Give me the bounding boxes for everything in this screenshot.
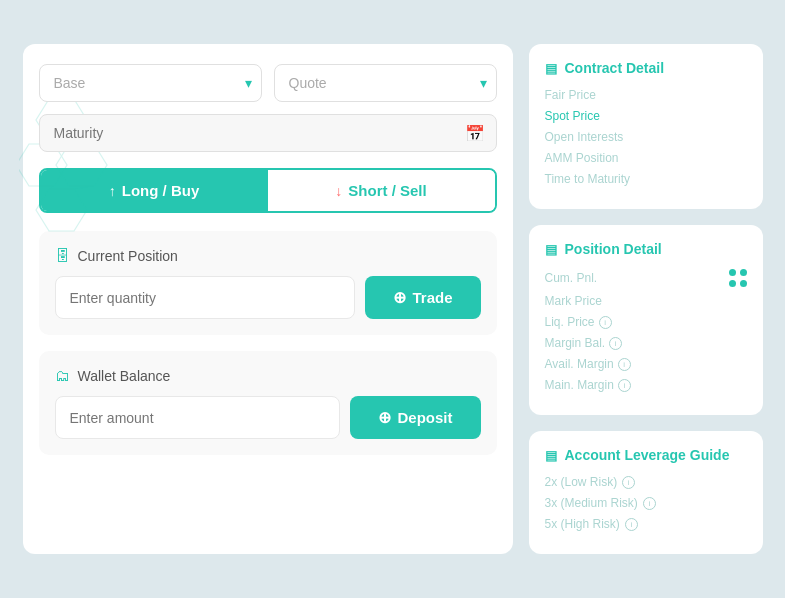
leverage-2x-row: 2x (Low Risk) i — [545, 475, 747, 489]
deposit-button[interactable]: ⊕ Deposit — [350, 396, 480, 439]
deposit-icon: ⊕ — [378, 408, 391, 427]
open-interests-row: Open Interests — [545, 130, 747, 144]
trade-button[interactable]: ⊕ Trade — [365, 276, 480, 319]
trade-tab-row: ↑ Long / Buy ↓ Short / Sell — [39, 168, 497, 213]
amount-input[interactable] — [55, 396, 341, 439]
maturity-row: 📅 — [39, 114, 497, 152]
cum-pnl-row: Cum. Pnl. — [545, 269, 747, 287]
current-position-label: Current Position — [78, 248, 178, 264]
maturity-input[interactable] — [39, 114, 497, 152]
liq-price-row: Liq. Price i — [545, 315, 747, 329]
margin-bal-row: Margin Bal. i — [545, 336, 747, 350]
wallet-balance-section: 🗂 Wallet Balance ⊕ Deposit — [39, 351, 497, 455]
wallet-balance-input-row: ⊕ Deposit — [55, 396, 481, 439]
dot-bl — [729, 280, 736, 287]
liq-price-info-icon[interactable]: i — [599, 316, 612, 329]
arrow-up-icon: ↑ — [109, 183, 116, 199]
leverage-list-icon: ▤ — [545, 448, 557, 463]
position-detail-title: ▤ Position Detail — [545, 241, 747, 257]
dot-grid — [729, 269, 747, 287]
select-row: Base ▾ Quote ▾ — [39, 64, 497, 102]
fair-price-row: Fair Price — [545, 88, 747, 102]
current-position-input-row: ⊕ Trade — [55, 276, 481, 319]
contract-detail-title: ▤ Contract Detail — [545, 60, 747, 76]
wallet-balance-header: 🗂 Wallet Balance — [55, 367, 481, 384]
trade-label: Trade — [412, 289, 452, 306]
leverage-2x-info-icon[interactable]: i — [622, 476, 635, 489]
long-buy-label: Long / Buy — [122, 182, 200, 199]
contract-detail-card: ▤ Contract Detail Fair Price Spot Price … — [529, 44, 763, 209]
deposit-label: Deposit — [397, 409, 452, 426]
arrow-down-icon: ↓ — [335, 183, 342, 199]
contract-list-icon: ▤ — [545, 61, 557, 76]
avail-margin-row: Avail. Margin i — [545, 357, 747, 371]
main-margin-row: Main. Margin i — [545, 378, 747, 392]
short-sell-label: Short / Sell — [348, 182, 426, 199]
calendar-icon: 📅 — [465, 124, 485, 143]
current-position-section: 🗄 Current Position ⊕ Trade — [39, 231, 497, 335]
main-margin-info-icon[interactable]: i — [618, 379, 631, 392]
wallet-balance-label: Wallet Balance — [78, 368, 171, 384]
account-leverage-card: ▤ Account Leverage Guide 2x (Low Risk) i… — [529, 431, 763, 554]
leverage-5x-row: 5x (High Risk) i — [545, 517, 747, 531]
quote-select[interactable]: Quote — [274, 64, 497, 102]
mark-price-row: Mark Price — [545, 294, 747, 308]
wallet-icon: 🗂 — [55, 367, 70, 384]
quantity-input[interactable] — [55, 276, 356, 319]
time-maturity-row: Time to Maturity — [545, 172, 747, 186]
base-select-wrapper: Base ▾ — [39, 64, 262, 102]
leverage-5x-info-icon[interactable]: i — [625, 518, 638, 531]
long-buy-tab[interactable]: ↑ Long / Buy — [41, 170, 268, 211]
leverage-3x-info-icon[interactable]: i — [643, 497, 656, 510]
amm-position-row: AMM Position — [545, 151, 747, 165]
right-panel: ▤ Contract Detail Fair Price Spot Price … — [529, 44, 763, 554]
avail-margin-info-icon[interactable]: i — [618, 358, 631, 371]
dot-tl — [729, 269, 736, 276]
left-panel: Base ▾ Quote ▾ 📅 ↑ Long / Buy ↓ — [23, 44, 513, 554]
spot-price-row: Spot Price — [545, 109, 747, 123]
short-sell-tab[interactable]: ↓ Short / Sell — [268, 170, 495, 211]
position-list-icon: ▤ — [545, 242, 557, 257]
position-detail-card: ▤ Position Detail Cum. Pnl. Mark P — [529, 225, 763, 415]
current-position-header: 🗄 Current Position — [55, 247, 481, 264]
database-icon: 🗄 — [55, 247, 70, 264]
trade-icon: ⊕ — [393, 288, 406, 307]
margin-bal-info-icon[interactable]: i — [609, 337, 622, 350]
dot-br — [740, 280, 747, 287]
quote-select-wrapper: Quote ▾ — [274, 64, 497, 102]
account-leverage-title: ▤ Account Leverage Guide — [545, 447, 747, 463]
leverage-3x-row: 3x (Medium Risk) i — [545, 496, 747, 510]
base-select[interactable]: Base — [39, 64, 262, 102]
dot-tr — [740, 269, 747, 276]
